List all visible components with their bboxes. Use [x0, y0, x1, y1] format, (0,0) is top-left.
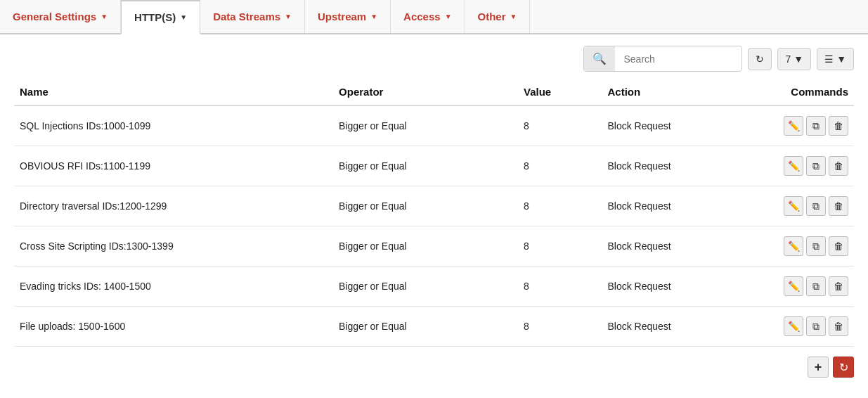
- tab-arrow-other: ▼: [510, 13, 517, 20]
- cell-value-1: 8: [518, 146, 602, 186]
- search-icon: 🔍: [592, 53, 607, 65]
- refresh-red-icon: ↻: [839, 361, 848, 374]
- cell-commands-3: ✏️ ⧉ 🗑: [753, 226, 854, 267]
- copy-button-2[interactable]: ⧉: [806, 196, 826, 216]
- refresh-icon: ↻: [756, 53, 764, 65]
- cell-value-3: 8: [518, 226, 602, 267]
- edit-button-0[interactable]: ✏️: [784, 116, 803, 136]
- tab-upstream[interactable]: Upstream ▼: [305, 0, 391, 33]
- nav-tabs: General Settings ▼ HTTP(S) ▼ Data Stream…: [0, 0, 868, 34]
- columns-icon: ☰: [824, 53, 834, 65]
- tab-arrow-https: ▼: [180, 13, 187, 21]
- table-row: Cross Site Scripting IDs:1300-1399 Bigge…: [14, 226, 854, 267]
- edit-button-5[interactable]: ✏️: [784, 316, 803, 336]
- cell-name-1: OBVIOUS RFI IDs:1100-1199: [14, 146, 333, 186]
- edit-button-4[interactable]: ✏️: [784, 276, 803, 296]
- col-header-action: Action: [602, 79, 753, 105]
- edit-button-3[interactable]: ✏️: [784, 236, 803, 256]
- count-button[interactable]: 7 ▼: [777, 48, 811, 70]
- cell-commands-4: ✏️ ⧉ 🗑: [753, 267, 854, 307]
- cell-operator-4: Bigger or Equal: [333, 267, 518, 307]
- cell-action-5: Block Request: [602, 307, 753, 347]
- tab-label-general-settings: General Settings: [13, 11, 96, 23]
- tab-arrow-general-settings: ▼: [101, 13, 108, 20]
- tab-https[interactable]: HTTP(S) ▼: [121, 0, 200, 34]
- cell-operator-3: Bigger or Equal: [333, 226, 518, 267]
- delete-button-5[interactable]: 🗑: [829, 316, 848, 336]
- columns-button[interactable]: ☰ ▼: [817, 48, 854, 70]
- count-arrow-icon: ▼: [793, 53, 803, 65]
- cell-name-0: SQL Injections IDs:1000-1099: [14, 105, 333, 146]
- footer-row: + ↻: [0, 347, 868, 387]
- cell-name-5: File uploads: 1500-1600: [14, 307, 333, 347]
- cell-value-2: 8: [518, 186, 602, 226]
- tab-arrow-access: ▼: [445, 13, 452, 20]
- cell-commands-2: ✏️ ⧉ 🗑: [753, 186, 854, 226]
- plus-icon: +: [815, 360, 822, 375]
- table-container: Name Operator Value Action Commands SQL …: [0, 79, 868, 347]
- search-input[interactable]: [615, 48, 741, 70]
- tab-data-streams[interactable]: Data Streams ▼: [200, 0, 305, 33]
- cell-action-2: Block Request: [602, 186, 753, 226]
- cell-value-5: 8: [518, 307, 602, 347]
- cell-action-4: Block Request: [602, 267, 753, 307]
- cell-value-4: 8: [518, 267, 602, 307]
- cell-name-3: Cross Site Scripting IDs:1300-1399: [14, 226, 333, 267]
- tab-general-settings[interactable]: General Settings ▼: [0, 0, 121, 33]
- tab-label-access: Access: [403, 11, 441, 23]
- count-label: 7: [785, 53, 791, 65]
- tab-label-https: HTTP(S): [134, 11, 176, 23]
- search-button[interactable]: 🔍: [584, 46, 615, 71]
- tab-label-data-streams: Data Streams: [213, 11, 280, 23]
- cell-operator-2: Bigger or Equal: [333, 186, 518, 226]
- cell-operator-5: Bigger or Equal: [333, 307, 518, 347]
- col-header-operator: Operator: [333, 79, 518, 105]
- copy-button-0[interactable]: ⧉: [806, 116, 826, 136]
- table-row: SQL Injections IDs:1000-1099 Bigger or E…: [14, 105, 854, 146]
- edit-button-2[interactable]: ✏️: [784, 196, 803, 216]
- tab-arrow-upstream: ▼: [370, 13, 377, 20]
- cell-action-3: Block Request: [602, 226, 753, 267]
- cell-value-0: 8: [518, 105, 602, 146]
- table-header-row: Name Operator Value Action Commands: [14, 79, 854, 105]
- delete-button-4[interactable]: 🗑: [829, 276, 848, 296]
- refresh-button[interactable]: ↻: [748, 48, 772, 70]
- copy-button-1[interactable]: ⧉: [806, 156, 826, 176]
- delete-button-0[interactable]: 🗑: [829, 116, 848, 136]
- cell-commands-1: ✏️ ⧉ 🗑: [753, 146, 854, 186]
- table-row: File uploads: 1500-1600 Bigger or Equal …: [14, 307, 854, 347]
- copy-button-4[interactable]: ⧉: [806, 276, 826, 296]
- cell-commands-0: ✏️ ⧉ 🗑: [753, 105, 854, 146]
- add-rule-button[interactable]: +: [808, 357, 829, 378]
- copy-button-5[interactable]: ⧉: [806, 316, 826, 336]
- table-row: Evading tricks IDs: 1400-1500 Bigger or …: [14, 267, 854, 307]
- copy-button-3[interactable]: ⧉: [806, 236, 826, 256]
- tab-label-upstream: Upstream: [318, 11, 366, 23]
- tab-other[interactable]: Other ▼: [465, 0, 531, 33]
- search-wrapper: 🔍: [583, 46, 742, 72]
- tab-access[interactable]: Access ▼: [391, 0, 465, 33]
- tab-label-other: Other: [478, 11, 506, 23]
- table-row: Directory traversal IDs:1200-1299 Bigger…: [14, 186, 854, 226]
- cell-commands-5: ✏️ ⧉ 🗑: [753, 307, 854, 347]
- delete-button-3[interactable]: 🗑: [829, 236, 848, 256]
- col-header-name: Name: [14, 79, 333, 105]
- delete-button-2[interactable]: 🗑: [829, 196, 848, 216]
- cell-operator-1: Bigger or Equal: [333, 146, 518, 186]
- rules-table: Name Operator Value Action Commands SQL …: [14, 79, 854, 347]
- edit-button-1[interactable]: ✏️: [784, 156, 803, 176]
- cell-action-0: Block Request: [602, 105, 753, 146]
- table-row: OBVIOUS RFI IDs:1100-1199 Bigger or Equa…: [14, 146, 854, 186]
- col-header-value: Value: [518, 79, 602, 105]
- cell-name-2: Directory traversal IDs:1200-1299: [14, 186, 333, 226]
- refresh-rules-button[interactable]: ↻: [833, 357, 854, 378]
- col-header-commands: Commands: [753, 79, 854, 105]
- cell-operator-0: Bigger or Equal: [333, 105, 518, 146]
- cell-action-1: Block Request: [602, 146, 753, 186]
- columns-arrow-icon: ▼: [836, 53, 846, 65]
- cell-name-4: Evading tricks IDs: 1400-1500: [14, 267, 333, 307]
- tab-arrow-data-streams: ▼: [285, 13, 292, 20]
- toolbar: 🔍 ↻ 7 ▼ ☰ ▼: [0, 34, 868, 79]
- delete-button-1[interactable]: 🗑: [829, 156, 848, 176]
